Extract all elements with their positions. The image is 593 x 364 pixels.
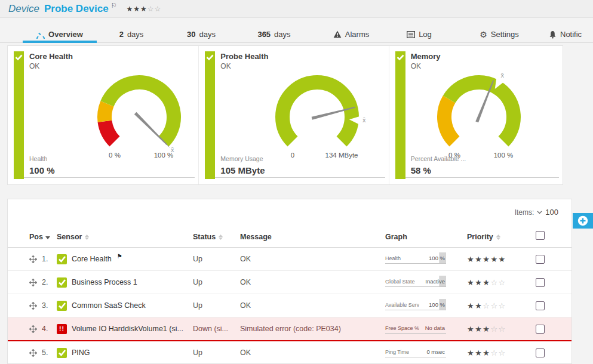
mini-graph[interactable]: Available Serv 100 % xyxy=(385,301,446,310)
priority-stars[interactable]: ★★☆☆☆ xyxy=(467,301,506,310)
flag-outline-icon: ⚐ xyxy=(111,2,117,10)
sort-icon xyxy=(219,235,223,240)
sensor-ok-icon xyxy=(57,254,67,264)
priority-stars[interactable]: ★★★☆☆ xyxy=(467,348,506,357)
gauge-value-label: Percent Available ... xyxy=(411,155,466,162)
column-header-pos[interactable]: Pos xyxy=(8,229,57,248)
items-label: Items: xyxy=(515,208,534,217)
tab-overview-label: Overview xyxy=(48,30,83,39)
gear-icon: ⚙ xyxy=(480,30,487,39)
sensors-panel: Items: 100 Pos Sensor Status Message xyxy=(7,199,572,364)
plus-icon xyxy=(577,215,589,227)
divider xyxy=(215,177,385,178)
row-checkbox[interactable] xyxy=(536,278,545,287)
tab-30-days-number: 30 xyxy=(187,30,195,39)
svg-text:x̄: x̄ xyxy=(362,116,366,124)
sort-icon xyxy=(85,235,89,240)
tab-365-days-label: days xyxy=(274,30,290,39)
position-number: 3. xyxy=(42,301,48,310)
message-cell: OK xyxy=(240,248,385,271)
move-handle-icon[interactable] xyxy=(29,302,37,310)
message-cell: OK xyxy=(240,294,385,317)
column-header-select-all xyxy=(514,229,572,248)
status-cell: Up xyxy=(193,341,240,364)
sensor-link[interactable]: Business Process 1 xyxy=(72,278,137,286)
svg-text:0: 0 xyxy=(291,152,294,159)
active-tab-underline xyxy=(23,41,97,43)
mini-graph[interactable]: Free Space % No data xyxy=(385,325,446,334)
mini-graph[interactable]: Global State Inactive xyxy=(385,278,446,287)
device-rating-stars[interactable]: ★★★☆☆ xyxy=(127,5,162,13)
status-cell: Up xyxy=(193,271,240,294)
move-handle-icon[interactable] xyxy=(29,279,37,286)
column-header-graph[interactable]: Graph xyxy=(385,229,467,248)
tab-settings[interactable]: ⚙ Settings xyxy=(474,26,524,42)
tab-30-days[interactable]: 30 days xyxy=(180,26,223,42)
gauge-title: Core Health xyxy=(29,52,73,61)
column-header-sensor[interactable]: Sensor xyxy=(57,229,193,248)
gauge-value-label: Health xyxy=(29,155,47,162)
move-handle-icon[interactable] xyxy=(29,325,37,333)
divider xyxy=(405,177,559,178)
select-all-checkbox[interactable] xyxy=(536,231,545,240)
items-per-page-dropdown[interactable]: Items: 100 xyxy=(515,208,558,217)
mini-graph[interactable]: Ping Time 0 msec xyxy=(385,348,446,357)
add-button[interactable] xyxy=(573,213,593,229)
tab-log[interactable]: Log xyxy=(402,26,436,42)
status-ok-bar xyxy=(395,51,405,179)
memory-gauge: x̄0 %100 % xyxy=(419,67,539,164)
check-icon xyxy=(397,54,404,61)
row-checkbox[interactable] xyxy=(536,325,545,334)
gauge-card-probe-health: Probe Health OK x̄0134 MByte Memory Usag… xyxy=(199,46,389,184)
prtg-device-page: Device Probe Device ⚐ ★★★☆☆ Overview 2 d… xyxy=(0,0,593,364)
column-header-priority[interactable]: Priority xyxy=(467,229,514,248)
divider xyxy=(24,177,195,178)
sensor-link[interactable]: PING xyxy=(72,348,90,357)
gauge-card-core-health: Core Health OK x̄0 %100 % Health 100 % xyxy=(8,46,199,184)
row-checkbox[interactable] xyxy=(536,301,545,310)
svg-text:100 %: 100 % xyxy=(154,152,174,159)
sensor-link[interactable]: Volume IO HarddiskVolume1 (si... xyxy=(72,325,183,333)
sensor-error-icon: !! xyxy=(57,324,67,334)
status-cell: Up xyxy=(193,248,240,271)
message-cell: OK xyxy=(240,341,385,364)
priority-stars[interactable]: ★★★★★ xyxy=(467,255,506,264)
bell-icon xyxy=(549,30,557,39)
sensor-link[interactable]: Common SaaS Check xyxy=(72,301,146,310)
column-header-status[interactable]: Status xyxy=(193,229,240,248)
tab-alarms[interactable]: Alarms xyxy=(328,26,374,42)
tab-notifications[interactable]: Notific xyxy=(549,26,593,42)
sensor-link[interactable]: Core Health xyxy=(72,255,112,263)
mini-graph[interactable]: Health 100 % xyxy=(385,255,446,264)
gauge-status: OK xyxy=(29,62,39,70)
table-row-alert: 4. !! Volume IO HarddiskVolume1 (si... D… xyxy=(8,317,572,341)
gauge-title: Memory xyxy=(411,52,441,61)
page-title: Probe Device xyxy=(44,3,109,15)
tab-365-days[interactable]: 365 days xyxy=(250,26,298,42)
move-handle-icon[interactable] xyxy=(29,255,37,263)
row-checkbox[interactable] xyxy=(536,348,545,357)
sensor-ok-icon xyxy=(57,348,67,358)
priority-stars[interactable]: ★★★☆☆ xyxy=(467,278,506,287)
priority-stars[interactable]: ★★★☆☆ xyxy=(467,325,506,334)
gauge-icon xyxy=(36,30,45,39)
svg-text:0 %: 0 % xyxy=(109,152,121,159)
column-header-message[interactable]: Message xyxy=(240,229,385,248)
tab-2-days[interactable]: 2 days xyxy=(111,26,152,42)
move-handle-icon[interactable] xyxy=(29,349,37,357)
position-number: 4. xyxy=(42,325,48,333)
status-ok-bar xyxy=(14,51,24,179)
svg-text:x̄: x̄ xyxy=(500,72,504,79)
status-cell: Up xyxy=(193,294,240,317)
svg-text:134 MByte: 134 MByte xyxy=(325,152,358,159)
gauge-value: 58 % xyxy=(411,165,431,175)
sensor-ok-icon xyxy=(57,277,67,288)
tab-bar: Overview 2 days 30 days 365 days Alarms xyxy=(0,26,593,43)
tab-alarms-label: Alarms xyxy=(345,30,369,39)
table-row: 5. PING Up OK Ping Time 0 msec ★★★☆☆ xyxy=(8,341,572,364)
gauge-status: OK xyxy=(220,62,231,70)
position-number: 2. xyxy=(42,278,48,286)
row-checkbox[interactable] xyxy=(536,255,545,264)
sensors-table: Pos Sensor Status Message Graph Priority xyxy=(8,229,572,364)
tab-overview[interactable]: Overview xyxy=(23,26,97,42)
